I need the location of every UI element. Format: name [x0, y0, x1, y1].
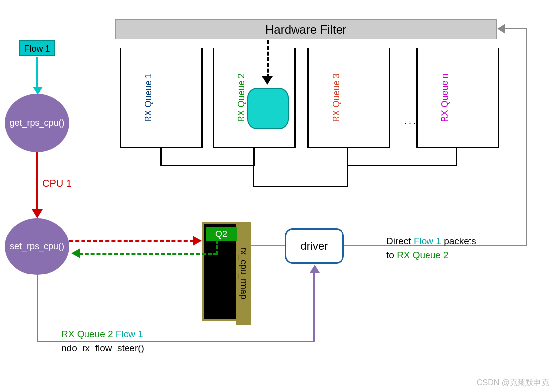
watermark: CSDN @克莱默申克 [477, 378, 549, 388]
direct-txt1: Direct [386, 236, 414, 246]
ndo-flow1: Flow 1 [116, 329, 143, 339]
ndo-func: ndo_rx_flow_steer() [61, 343, 144, 353]
queue-ellipsis: ... [404, 116, 418, 126]
direct-flow1: Flow 1 [414, 236, 444, 246]
rx-queue-2-label: RX Queue 2 [236, 73, 247, 122]
cpu1-label: CPU 1 [43, 178, 72, 189]
arrow-cpu1 [36, 152, 38, 210]
to-txt: to [386, 250, 397, 260]
purple-arrow-head [310, 265, 320, 273]
rx-queue-1-label: RX Queue 1 [143, 73, 154, 122]
bus-stub-q2 [253, 148, 255, 166]
bus-stub-q1 [160, 148, 162, 166]
direct-line2: to RX Queue 2 [386, 250, 449, 261]
arrow-cpu1-head [32, 209, 43, 218]
set-rps-cpu-node: set_rps_cpu() [5, 218, 69, 275]
arrow-flow1-to-getrps [36, 57, 38, 88]
dashed-green-head [71, 248, 80, 258]
rx-queue-n: RX Queue n [416, 48, 499, 148]
rx-cpu-rmap-box: rx_cpu_rmap Q2 [202, 222, 251, 321]
purple-v1 [37, 275, 38, 342]
direct-txt2: packets [444, 236, 476, 246]
bus-v-left [253, 165, 254, 187]
bus-h3 [253, 186, 348, 187]
rmap-q2-slot: Q2 [206, 227, 237, 241]
ndo-rxq2: RX Queue 2 [61, 329, 116, 339]
rx-queue-1: RX Queue 1 [120, 48, 203, 148]
grey-arrow-head [497, 24, 505, 34]
bus-h1 [160, 165, 255, 166]
rx-queue-n-label: RX Queue n [440, 73, 450, 122]
to-rxq2: RX Queue 2 [397, 250, 449, 260]
ndo-line1: RX Queue 2 Flow 1 [61, 329, 143, 340]
purple-v2 [313, 273, 315, 342]
flow1-box: Flow 1 [19, 40, 55, 56]
hardware-filter-bar: Hardware Filter [115, 19, 497, 39]
purple-h [37, 341, 314, 342]
bus-h2 [347, 165, 457, 166]
dashed-green-arrow [79, 253, 217, 255]
rx-queue-3: RX Queue 3 [307, 48, 390, 148]
direct-line1: Direct Flow 1 packets [386, 236, 476, 247]
dashed-red-head [193, 236, 202, 246]
rmap-to-driver-line [251, 245, 285, 246]
grey-h2 [504, 28, 527, 29]
hw-to-queue2-arrow [267, 40, 269, 78]
hw-to-queue2-arrowhead [262, 76, 273, 85]
packet-in-queue2 [247, 88, 289, 129]
bus-stub-qn [456, 148, 457, 166]
bus-stub-q3 [347, 148, 348, 166]
get-rps-cpu-node: get_rps_cpu() [5, 94, 69, 152]
driver-box: driver [285, 228, 344, 264]
rx-cpu-rmap-label: rx_cpu_rmap [236, 222, 251, 325]
rx-queue-3-label: RX Queue 3 [331, 73, 342, 122]
bus-v-right [347, 165, 348, 187]
dashed-red-arrow [69, 240, 194, 242]
grey-v [526, 29, 527, 246]
